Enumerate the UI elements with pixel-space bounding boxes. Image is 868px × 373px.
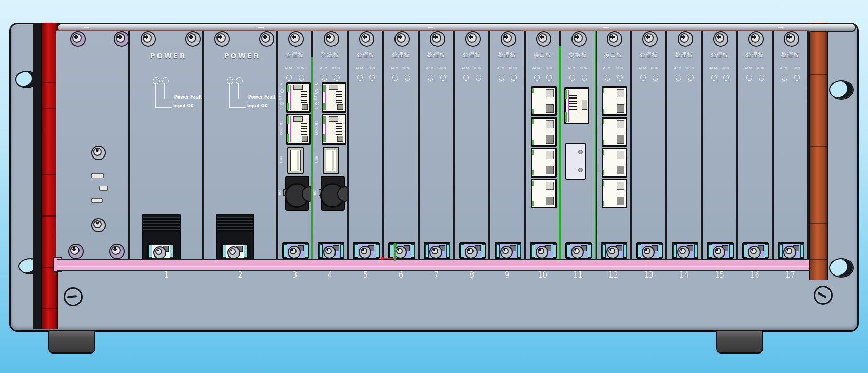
- screw-slot-v: [157, 250, 159, 251]
- ok-label: Input OK: [173, 104, 194, 108]
- slot-16-proc: 处理板ALMRUN: [737, 31, 773, 259]
- ejector-screw-head: [785, 248, 792, 254]
- run-label: RUN: [721, 66, 729, 70]
- board-title: 系统板: [321, 51, 340, 59]
- port-link-led: [603, 181, 604, 186]
- ejector-clip-right: [446, 244, 450, 257]
- ejector: [707, 242, 734, 259]
- slot-number: 14: [679, 270, 689, 280]
- ejector-screw-head: [325, 248, 332, 254]
- panel-screw-head: [143, 33, 152, 43]
- eth-port: [322, 82, 346, 113]
- slot-divider: [665, 31, 667, 259]
- ejector-clip-right: [170, 245, 173, 258]
- slot-divider: [630, 31, 632, 259]
- alm-label: ALM: [532, 66, 540, 70]
- alm-led: [428, 75, 433, 81]
- port-edge-line: [325, 116, 326, 142]
- ejector-base: [605, 244, 624, 258]
- ejector: [601, 242, 627, 259]
- slot-12-iface: 接口板ALMRUN: [596, 31, 631, 259]
- alm-led: [569, 75, 575, 81]
- port-tab-top: [617, 89, 624, 97]
- screw-slot-v: [400, 35, 401, 39]
- screw-slot-v: [327, 249, 329, 251]
- left-edge-strip: [33, 23, 41, 329]
- port-tab-bottom: [617, 166, 624, 174]
- ejector-screw-head: [573, 248, 580, 254]
- screw-slot-v: [789, 35, 791, 39]
- port-pins: [336, 91, 342, 104]
- panel-screw: [114, 31, 129, 47]
- panel-screw-head: [786, 33, 795, 43]
- port-link-led: [565, 90, 567, 99]
- callout-line: [229, 107, 246, 108]
- port-tab-top: [546, 151, 554, 159]
- slot-divider: [382, 31, 384, 259]
- slot-number: 15: [715, 270, 724, 280]
- board-title: 处理板: [675, 51, 694, 59]
- ac-pin-middle: [99, 186, 108, 191]
- sfp-cage: [565, 143, 586, 180]
- port-link-led: [532, 181, 534, 186]
- port-tab: [302, 104, 308, 110]
- run-led: [653, 75, 658, 81]
- input-ok-led: [153, 77, 160, 84]
- port-act-led: [532, 140, 534, 145]
- board-title: POWER: [224, 52, 261, 60]
- screw-slot-v: [470, 35, 472, 39]
- port-tab: [302, 136, 308, 142]
- ejector-base: [152, 244, 170, 259]
- slot-number: 8: [469, 270, 475, 280]
- sfp-port: [602, 148, 627, 178]
- ejector: [353, 242, 380, 259]
- screw-slot-v: [73, 247, 75, 251]
- fault-label: Power Fault: [174, 95, 202, 100]
- run-label: RUN: [580, 66, 587, 70]
- right-thumbscrew: [814, 286, 833, 305]
- screw-slot-v: [752, 249, 754, 251]
- ejector-clip-right: [305, 244, 308, 257]
- usb-label: USB: [314, 155, 319, 164]
- run-led: [759, 75, 764, 81]
- ejector: [318, 242, 344, 259]
- slot-divider: [276, 31, 278, 259]
- port-tab-top: [617, 151, 624, 159]
- run-label: RUN: [474, 66, 481, 70]
- ejector-screw-head: [538, 248, 544, 254]
- alm-led: [357, 75, 363, 81]
- panel-screw-head: [187, 33, 196, 43]
- board-title: 处理板: [357, 51, 375, 59]
- screw-slot-v: [646, 249, 647, 251]
- alm-led: [711, 75, 717, 81]
- alm-label: ALM: [709, 66, 717, 70]
- screw-slot-v: [190, 35, 192, 39]
- panel-screw-head: [715, 33, 724, 43]
- board-title: 处理板: [427, 51, 446, 59]
- port-link-led: [287, 85, 289, 92]
- alm-label: ALM: [745, 66, 753, 70]
- port-latch: [293, 85, 303, 90]
- port-act-led: [287, 103, 289, 110]
- eth-act-label: A: [279, 82, 283, 86]
- left-red-rail: [41, 23, 58, 329]
- screw-slot-v: [540, 249, 541, 251]
- console-port: [322, 114, 346, 145]
- alm-led: [782, 75, 787, 81]
- screw-slot-v: [717, 249, 718, 251]
- port-link-led: [603, 150, 604, 155]
- screw-slot-v: [114, 247, 116, 251]
- ejector-base: [287, 244, 305, 258]
- callout-line: [238, 83, 239, 99]
- ejector-screw: [571, 246, 584, 259]
- run-led: [476, 75, 481, 81]
- port-act-led: [532, 201, 534, 206]
- screw-slot-v: [364, 35, 366, 39]
- run-label: RUN: [650, 66, 658, 70]
- panel-screw-head: [216, 33, 226, 43]
- ejector-screw-head: [467, 248, 474, 254]
- port-tab: [337, 136, 343, 142]
- run-led: [582, 75, 587, 81]
- cad-highlight-edge: [595, 31, 596, 259]
- screw-slot-v: [683, 35, 684, 39]
